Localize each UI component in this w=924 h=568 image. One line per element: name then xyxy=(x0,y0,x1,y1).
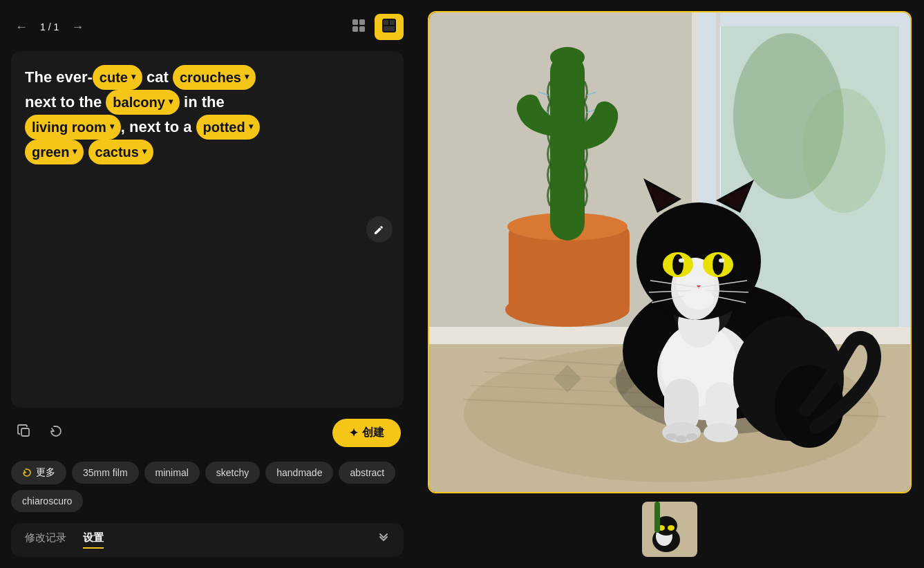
tab-expand-button[interactable] xyxy=(377,532,390,548)
more-styles-button[interactable]: 更多 xyxy=(11,461,66,484)
copy-button[interactable] xyxy=(14,421,35,445)
create-sparkle-icon: ✦ xyxy=(349,426,358,439)
action-bar: ✦ 创建 xyxy=(11,416,404,450)
top-bar: ← 1 / 1 → xyxy=(11,11,404,43)
create-label: 创建 xyxy=(362,426,384,440)
svg-point-68 xyxy=(679,258,684,263)
chip-minimal[interactable]: minimal xyxy=(144,462,200,484)
prompt-static-5: , next to a xyxy=(121,118,196,135)
reset-button[interactable] xyxy=(46,421,66,445)
nav-group: ← 1 / 1 → xyxy=(11,17,88,37)
prompt-static-2: cat xyxy=(142,68,173,86)
prompt-tag-cute[interactable]: cute ▾ xyxy=(93,65,142,90)
single-view-button[interactable] xyxy=(375,14,404,40)
view-toggle-group xyxy=(347,14,404,40)
thumbnail-1[interactable] xyxy=(642,502,697,557)
svg-rect-9 xyxy=(390,20,395,25)
svg-point-77 xyxy=(683,289,714,310)
prompt-tag-balcony[interactable]: balcony ▾ xyxy=(106,90,180,115)
style-chips: 更多 35mm film minimal sketchy handmade ab… xyxy=(11,458,404,515)
prompt-tag-cactus[interactable]: cactus ▾ xyxy=(88,140,153,164)
prompt-box: The ever-cute ▾ cat crouches ▾ next to t… xyxy=(11,51,404,408)
svg-rect-84 xyxy=(654,502,660,533)
svg-rect-0 xyxy=(352,19,358,25)
more-styles-label: 更多 xyxy=(36,466,55,479)
chip-chiaroscuro[interactable]: chiaroscuro xyxy=(11,490,83,512)
grid-view-button[interactable] xyxy=(347,14,370,40)
prompt-static-4: in the xyxy=(180,93,225,111)
chip-handmade[interactable]: handmade xyxy=(265,462,333,484)
prompt-tag-living-room[interactable]: living room ▾ xyxy=(25,115,121,140)
chip-abstract[interactable]: abstract xyxy=(339,462,395,484)
main-image-container[interactable] xyxy=(428,11,912,493)
svg-point-67 xyxy=(713,254,724,275)
svg-point-41 xyxy=(550,47,585,68)
svg-rect-3 xyxy=(359,26,365,32)
svg-point-51 xyxy=(676,435,687,442)
svg-point-52 xyxy=(686,433,697,440)
tab-settings[interactable]: 设置 xyxy=(83,531,104,549)
left-panel: ← 1 / 1 → xyxy=(0,0,415,568)
svg-rect-10 xyxy=(384,26,395,31)
prompt-tag-potted[interactable]: potted ▾ xyxy=(196,115,260,140)
page-indicator: 1 / 1 xyxy=(40,21,59,32)
svg-rect-1 xyxy=(359,19,365,25)
svg-point-66 xyxy=(672,254,683,275)
bottom-tabs: 修改记录 设置 xyxy=(11,523,404,557)
svg-point-50 xyxy=(666,433,677,440)
svg-point-19 xyxy=(802,88,885,213)
create-button[interactable]: ✦ 创建 xyxy=(332,419,401,447)
svg-point-49 xyxy=(704,423,738,442)
tab-history[interactable]: 修改记录 xyxy=(25,531,66,549)
svg-point-83 xyxy=(668,525,675,531)
next-button[interactable]: → xyxy=(67,17,88,37)
prompt-static-1: The ever- xyxy=(25,68,93,86)
action-left-group xyxy=(14,421,66,445)
chip-sketchy[interactable]: sketchy xyxy=(205,462,260,484)
prompt-text: The ever-cute ▾ cat crouches ▾ next to t… xyxy=(25,65,390,164)
prev-button[interactable]: ← xyxy=(11,17,32,37)
svg-point-69 xyxy=(719,258,724,263)
prompt-tag-crouches[interactable]: crouches ▾ xyxy=(173,65,256,90)
chip-35mm-film[interactable]: 35mm film xyxy=(72,462,139,484)
main-image xyxy=(429,12,912,493)
svg-rect-11 xyxy=(21,428,29,436)
prompt-static-3: next to the xyxy=(25,93,106,111)
thumbnail-strip xyxy=(642,502,697,557)
prompt-tag-green[interactable]: green ▾ xyxy=(25,140,84,164)
svg-rect-8 xyxy=(384,20,388,25)
tabs-left: 修改记录 设置 xyxy=(25,531,104,549)
edit-prompt-button[interactable] xyxy=(366,216,393,243)
svg-rect-2 xyxy=(352,26,358,32)
right-panel xyxy=(415,0,924,568)
